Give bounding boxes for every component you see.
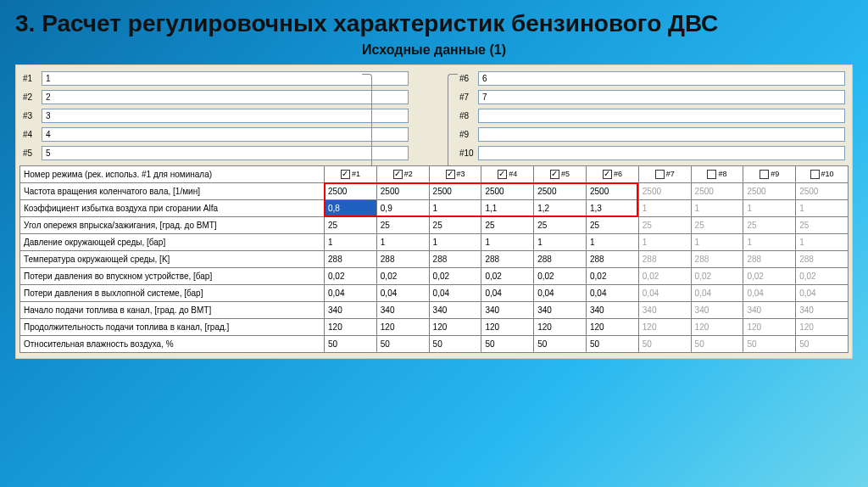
column-header[interactable]: #2	[376, 166, 429, 183]
mode-right-input[interactable]	[478, 90, 845, 104]
data-grid[interactable]: Номер режима (рек. использ. #1 для номин…	[19, 165, 849, 353]
value-cell[interactable]: 50	[691, 336, 743, 353]
value-cell[interactable]: 0,02	[534, 268, 587, 285]
mode-left-input[interactable]	[42, 109, 409, 123]
value-cell[interactable]: 0,04	[587, 285, 639, 302]
column-header[interactable]: #6	[587, 166, 639, 183]
value-cell[interactable]: 1	[429, 200, 481, 217]
value-cell[interactable]: 120	[691, 319, 743, 336]
value-cell[interactable]: 1	[691, 200, 743, 217]
value-cell[interactable]: 120	[796, 319, 849, 336]
value-cell[interactable]: 1	[325, 234, 377, 251]
value-cell[interactable]: 340	[325, 302, 377, 319]
value-cell[interactable]: 0,8	[325, 200, 377, 217]
value-cell[interactable]: 25	[325, 217, 377, 234]
value-cell[interactable]: 1,1	[481, 200, 534, 217]
value-cell[interactable]: 120	[325, 319, 377, 336]
value-cell[interactable]: 50	[743, 336, 796, 353]
value-cell[interactable]: 1	[638, 200, 691, 217]
value-cell[interactable]: 50	[325, 336, 377, 353]
value-cell[interactable]: 25	[796, 217, 849, 234]
value-cell[interactable]: 2500	[481, 183, 534, 200]
value-cell[interactable]: 288	[587, 251, 639, 268]
value-cell[interactable]: 1	[587, 234, 639, 251]
column-header[interactable]: #7	[638, 166, 691, 183]
value-cell[interactable]: 0,04	[376, 285, 429, 302]
value-cell[interactable]: 0,02	[743, 268, 796, 285]
value-cell[interactable]: 340	[743, 302, 796, 319]
value-cell[interactable]: 0,02	[481, 268, 534, 285]
value-cell[interactable]: 25	[429, 217, 481, 234]
value-cell[interactable]: 0,04	[743, 285, 796, 302]
value-cell[interactable]: 25	[534, 217, 587, 234]
column-header[interactable]: #1	[325, 166, 377, 183]
value-cell[interactable]: 288	[638, 251, 691, 268]
value-cell[interactable]: 0,04	[325, 285, 377, 302]
value-cell[interactable]: 120	[481, 319, 534, 336]
value-cell[interactable]: 120	[534, 319, 587, 336]
value-cell[interactable]: 2500	[376, 183, 429, 200]
value-cell[interactable]: 25	[691, 217, 743, 234]
value-cell[interactable]: 0,04	[691, 285, 743, 302]
value-cell[interactable]: 340	[481, 302, 534, 319]
value-cell[interactable]: 288	[376, 251, 429, 268]
value-cell[interactable]: 0,02	[325, 268, 377, 285]
value-cell[interactable]: 1	[743, 234, 796, 251]
value-cell[interactable]: 340	[638, 302, 691, 319]
checkbox-icon[interactable]	[603, 170, 612, 179]
mode-left-input[interactable]	[42, 90, 409, 104]
column-header[interactable]: #10	[796, 166, 849, 183]
value-cell[interactable]: 1	[743, 200, 796, 217]
mode-left-input[interactable]	[42, 146, 409, 160]
value-cell[interactable]: 1	[638, 234, 691, 251]
value-cell[interactable]: 1,2	[534, 200, 587, 217]
value-cell[interactable]: 2500	[429, 183, 481, 200]
value-cell[interactable]: 288	[796, 251, 849, 268]
value-cell[interactable]: 25	[481, 217, 534, 234]
value-cell[interactable]: 50	[534, 336, 587, 353]
value-cell[interactable]: 0,02	[796, 268, 849, 285]
value-cell[interactable]: 2500	[638, 183, 691, 200]
value-cell[interactable]: 1	[481, 234, 534, 251]
checkbox-icon[interactable]	[341, 170, 350, 179]
value-cell[interactable]: 1	[429, 234, 481, 251]
value-cell[interactable]: 120	[429, 319, 481, 336]
value-cell[interactable]: 0,9	[376, 200, 429, 217]
checkbox-icon[interactable]	[446, 170, 455, 179]
value-cell[interactable]: 340	[376, 302, 429, 319]
mode-left-input[interactable]	[42, 71, 409, 86]
checkbox-icon[interactable]	[498, 170, 507, 179]
value-cell[interactable]: 288	[691, 251, 743, 268]
value-cell[interactable]: 288	[534, 251, 587, 268]
column-header[interactable]: #4	[481, 166, 534, 183]
value-cell[interactable]: 120	[587, 319, 639, 336]
mode-right-input[interactable]	[478, 109, 845, 123]
value-cell[interactable]: 2500	[534, 183, 587, 200]
value-cell[interactable]: 0,04	[481, 285, 534, 302]
value-cell[interactable]: 50	[376, 336, 429, 353]
value-cell[interactable]: 25	[587, 217, 639, 234]
value-cell[interactable]: 25	[376, 217, 429, 234]
value-cell[interactable]: 0,04	[534, 285, 587, 302]
value-cell[interactable]: 0,02	[376, 268, 429, 285]
checkbox-icon[interactable]	[393, 170, 403, 179]
column-header[interactable]: #9	[743, 166, 796, 183]
value-cell[interactable]: 120	[743, 319, 796, 336]
mode-left-input[interactable]	[42, 127, 409, 142]
checkbox-icon[interactable]	[760, 170, 769, 179]
value-cell[interactable]: 340	[534, 302, 587, 319]
value-cell[interactable]: 2500	[587, 183, 639, 200]
value-cell[interactable]: 340	[691, 302, 743, 319]
value-cell[interactable]: 50	[429, 336, 481, 353]
checkbox-icon[interactable]	[655, 170, 665, 179]
value-cell[interactable]: 50	[796, 336, 849, 353]
value-cell[interactable]: 340	[796, 302, 849, 319]
value-cell[interactable]: 25	[638, 217, 691, 234]
value-cell[interactable]: 1	[796, 200, 849, 217]
checkbox-icon[interactable]	[550, 170, 559, 179]
mode-right-input[interactable]	[478, 146, 845, 160]
value-cell[interactable]: 120	[376, 319, 429, 336]
checkbox-icon[interactable]	[810, 170, 820, 179]
value-cell[interactable]: 0,02	[429, 268, 481, 285]
value-cell[interactable]: 2500	[743, 183, 796, 200]
